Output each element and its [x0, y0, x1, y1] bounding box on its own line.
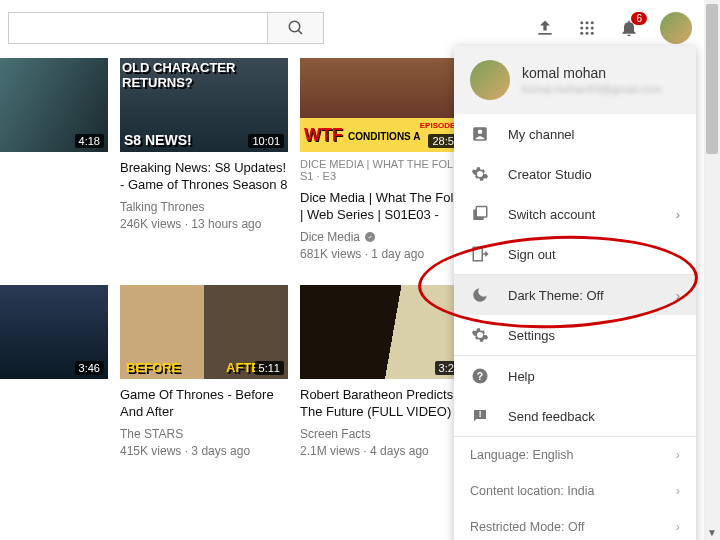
svg-rect-16 — [476, 207, 487, 218]
svg-line-1 — [298, 30, 302, 34]
svg-point-9 — [580, 32, 583, 35]
menu-label: Content location: India — [470, 484, 676, 498]
scroll-down-icon[interactable]: ▼ — [704, 524, 720, 540]
svg-point-6 — [580, 27, 583, 30]
chevron-right-icon: › — [676, 448, 680, 462]
scrollbar-thumb[interactable] — [706, 4, 718, 154]
video-title: Breaking News: S8 Updates! - Game of Thr… — [120, 160, 288, 194]
svg-point-5 — [591, 21, 594, 24]
thumb-overlay-text: S8 NEWS! — [124, 132, 192, 148]
menu-label: Switch account — [508, 207, 595, 222]
video-title: Game Of Thrones - Before And After — [120, 387, 288, 421]
video-title: here — [0, 387, 108, 404]
menu-header: komal mohan komal.mohan93@gmail.com — [454, 46, 696, 114]
channel-name[interactable]: Talking Thrones — [120, 200, 288, 214]
video-meta: 2.1M views · 4 days ago — [300, 444, 468, 458]
verified-icon — [364, 231, 376, 243]
duration-badge: 4:18 — [75, 134, 104, 148]
search-wrap — [8, 12, 324, 44]
svg-rect-2 — [538, 33, 551, 35]
svg-point-10 — [586, 32, 589, 35]
thumb-overlay-text: OLD CHARACTER RETURNS? — [122, 60, 288, 90]
menu-item-settings[interactable]: Settings — [454, 315, 696, 355]
channel-name[interactable]: The STARS — [120, 427, 288, 441]
chevron-right-icon: › — [676, 484, 680, 498]
help-icon: ? — [470, 366, 490, 386]
switch-account-icon — [470, 204, 490, 224]
user-email: komal.mohan93@gmail.com — [522, 83, 662, 95]
video-kicker: DICE MEDIA | WHAT THE FOLKS S1 · E3 — [300, 158, 468, 182]
video-card[interactable]: OLD CHARACTER RETURNS? S8 NEWS! 10:01 Br… — [120, 58, 288, 261]
svg-point-3 — [580, 21, 583, 24]
menu-label: Dark Theme: Off — [508, 288, 604, 303]
menu-item-sign-out[interactable]: Sign out — [454, 234, 696, 274]
svg-point-0 — [289, 21, 300, 32]
search-icon — [285, 17, 307, 39]
video-card[interactable]: BEFORE AFTE 5:11 Game Of Thrones - Befor… — [120, 285, 288, 458]
svg-point-8 — [591, 27, 594, 30]
apps-icon[interactable] — [576, 17, 598, 39]
chevron-right-icon: › — [676, 207, 680, 222]
notifications-icon[interactable]: 6 — [618, 17, 640, 39]
svg-text:!: ! — [479, 410, 482, 419]
account-icon — [470, 124, 490, 144]
menu-item-help[interactable]: ?Help — [454, 356, 696, 396]
video-title: ove — [0, 160, 108, 177]
moon-icon — [470, 285, 490, 305]
video-card[interactable]: WTF CONDITIONS A EPISODE 3 28:56 DICE ME… — [300, 58, 468, 261]
notification-badge: 6 — [631, 12, 647, 25]
svg-text:?: ? — [477, 370, 483, 382]
avatar[interactable] — [470, 60, 510, 100]
search-input[interactable] — [8, 12, 268, 44]
upload-icon[interactable] — [534, 17, 556, 39]
header-right: 6 — [534, 12, 712, 44]
account-menu: komal mohan komal.mohan93@gmail.com My c… — [454, 46, 696, 540]
menu-label: Language: English — [470, 448, 676, 462]
menu-item-feedback[interactable]: !Send feedback — [454, 396, 696, 436]
menu-item-creator-studio[interactable]: Creator Studio — [454, 154, 696, 194]
svg-point-4 — [586, 21, 589, 24]
video-meta: 415K views · 3 days ago — [120, 444, 288, 458]
thumb-overlay-text: CONDITIONS A — [348, 131, 420, 142]
video-title: Robert Baratheon Predicts The Future (FU… — [300, 387, 468, 421]
scrollbar[interactable]: ▲ ▼ — [704, 0, 720, 540]
gear-icon — [470, 325, 490, 345]
channel-name[interactable]: Dice Media — [300, 230, 468, 244]
svg-rect-17 — [473, 247, 482, 261]
menu-label: Send feedback — [508, 409, 595, 424]
svg-point-7 — [586, 27, 589, 30]
menu-label: My channel — [508, 127, 574, 142]
chevron-right-icon: › — [676, 288, 680, 303]
thumb-overlay-text: BEFORE — [126, 360, 180, 375]
video-card[interactable]: 3:23 Robert Baratheon Predicts The Futur… — [300, 285, 468, 458]
menu-item-location[interactable]: Content location: India› — [454, 473, 696, 509]
menu-label: Help — [508, 369, 535, 384]
chevron-right-icon: › — [676, 520, 680, 534]
video-card[interactable]: 3:46 here — [0, 285, 108, 458]
duration-badge: 10:01 — [248, 134, 284, 148]
menu-label: Settings — [508, 328, 555, 343]
svg-point-14 — [478, 130, 483, 135]
gear-icon — [470, 164, 490, 184]
duration-badge: 5:11 — [255, 361, 284, 375]
menu-item-language[interactable]: Language: English› — [454, 437, 696, 473]
user-name: komal mohan — [522, 65, 662, 81]
duration-badge: 3:46 — [75, 361, 104, 375]
video-title: Dice Media | What The Folks | Web Series… — [300, 190, 468, 224]
thumb-overlay-text: WTF — [304, 125, 343, 146]
menu-label: Sign out — [508, 247, 556, 262]
feedback-icon: ! — [470, 406, 490, 426]
menu-item-switch-account[interactable]: Switch account› — [454, 194, 696, 234]
search-button[interactable] — [268, 12, 324, 44]
menu-item-restricted[interactable]: Restricted Mode: Off› — [454, 509, 696, 540]
avatar[interactable] — [660, 12, 692, 44]
video-meta: 246K views · 13 hours ago — [120, 217, 288, 231]
menu-item-dark-theme[interactable]: Dark Theme: Off› — [454, 275, 696, 315]
video-card[interactable]: 4:18 ove — [0, 58, 108, 261]
channel-name[interactable]: Screen Facts — [300, 427, 468, 441]
exit-icon — [470, 244, 490, 264]
menu-label: Creator Studio — [508, 167, 592, 182]
menu-item-my-channel[interactable]: My channel — [454, 114, 696, 154]
menu-label: Restricted Mode: Off — [470, 520, 676, 534]
svg-point-11 — [591, 32, 594, 35]
